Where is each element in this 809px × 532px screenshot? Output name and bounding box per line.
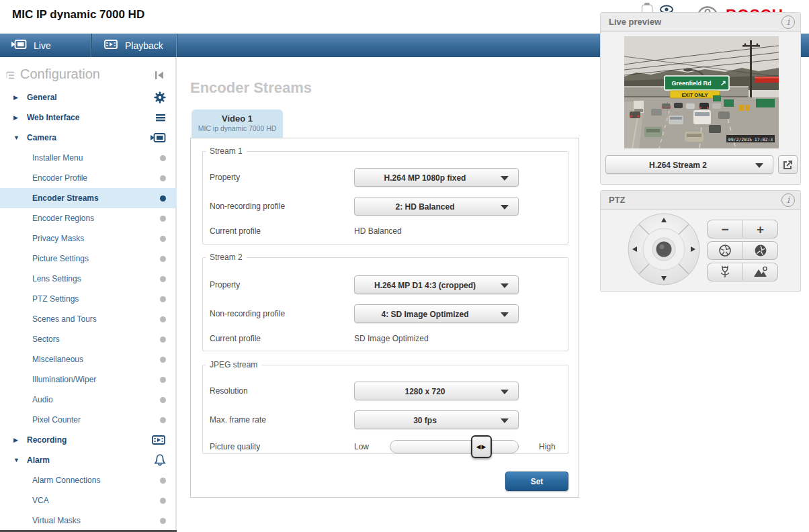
chevron-down-icon[interactable]: ▼: [13, 128, 19, 148]
sidebar-item-label: PTZ Settings: [32, 289, 79, 309]
stream1-profile-select[interactable]: 2: HD Balanced: [354, 197, 519, 216]
stream2-profile-value: 4: SD Image Optimized: [355, 305, 495, 324]
status-dot-icon: [160, 349, 166, 369]
app-window: MIC IP dynamic 7000 HD MIC 7000 BOSCH: [0, 0, 809, 532]
sidebar-item-privacy-masks[interactable]: Privacy Masks: [0, 228, 177, 249]
ptz-joystick[interactable]: [626, 212, 701, 290]
set-button[interactable]: Set: [505, 472, 568, 491]
status-dot-icon: [160, 228, 166, 249]
sidebar-item-label: Camera: [27, 128, 56, 148]
sidebar-item-pixel-counter[interactable]: Pixel Counter: [0, 410, 177, 430]
configuration-sidebar: Configuration ▶General▶Web Interface▼Cam…: [0, 57, 177, 532]
iris-open-button[interactable]: [742, 241, 778, 260]
svg-text:EXIT ONLY: EXIT ONLY: [682, 92, 708, 98]
sidebar-title: Configuration: [20, 66, 100, 82]
picture-quality-slider[interactable]: ◀▶: [390, 440, 519, 453]
sidebar-item-illumination-wiper[interactable]: Illumination/Wiper: [0, 369, 177, 390]
zoom-in-button[interactable]: +: [742, 220, 778, 238]
jpeg-framerate-label: Max. frame rate: [210, 415, 266, 425]
info-icon[interactable]: i: [781, 193, 795, 207]
sidebar-item-label: VCA: [32, 490, 49, 511]
ptz-buttons: − +: [707, 220, 778, 284]
stream2-current-label: Current profile: [210, 334, 261, 343]
sidebar-item-label: Recording: [27, 430, 67, 450]
sidebar-item-label: Scenes and Tours: [32, 309, 97, 329]
timestamp-overlay: 09/2/2015 17:02:3: [726, 135, 775, 142]
stream1-profile-value: 2: HD Balanced: [355, 197, 495, 216]
sidebar-item-label: Sectors: [32, 329, 60, 349]
page-section-title: Encoder Streams: [190, 79, 312, 97]
sidebar-item-alarm[interactable]: ▼Alarm: [0, 450, 177, 470]
zoom-out-button[interactable]: −: [707, 220, 742, 238]
status-dot-icon: [160, 490, 166, 511]
sidebar-item-audio[interactable]: Audio: [0, 390, 177, 410]
stream2-profile-label: Non-recording profile: [210, 309, 285, 318]
chevron-down-icon: [501, 283, 509, 288]
status-dot-icon: [160, 511, 166, 531]
live-preview-panel: Live preview i: [600, 12, 801, 185]
status-dot-icon: [160, 249, 166, 269]
tab-playback[interactable]: Playback: [93, 34, 177, 57]
stream1-current-value: HD Balanced: [354, 226, 402, 236]
sidebar-item-label: Lens Settings: [32, 269, 81, 289]
collapse-sidebar-icon[interactable]: [153, 70, 165, 83]
sidebar-item-general[interactable]: ▶General: [0, 87, 177, 107]
sidebar-item-label: Picture Settings: [32, 249, 89, 269]
sidebar-item-virtual-masks[interactable]: Virtual Masks: [0, 511, 177, 531]
sidebar-item-picture-settings[interactable]: Picture Settings: [0, 249, 177, 269]
sidebar-item-ptz-settings[interactable]: PTZ Settings: [0, 289, 177, 309]
iris-close-button[interactable]: [707, 241, 742, 260]
sidebar-item-vca[interactable]: VCA: [0, 490, 177, 511]
focus-far-button[interactable]: [742, 263, 778, 281]
tab-video-1[interactable]: Video 1 MIC ip dynamic 7000 HD: [191, 109, 283, 138]
status-dot-icon: [160, 329, 166, 349]
preview-stream-select[interactable]: H.264 Stream 2: [605, 155, 773, 174]
chevron-down-icon: [501, 205, 509, 210]
sidebar-item-camera[interactable]: ▼Camera: [0, 128, 177, 148]
chevron-right-icon[interactable]: ▶: [13, 107, 18, 128]
info-icon[interactable]: i: [781, 15, 795, 29]
focus-near-button[interactable]: [707, 263, 742, 281]
jpeg-framerate-select[interactable]: 30 fps: [354, 410, 519, 429]
sidebar-item-sectors[interactable]: Sectors: [0, 329, 177, 349]
stream1-property-select[interactable]: H.264 MP 1080p fixed: [354, 168, 519, 187]
open-preview-window-button[interactable]: [778, 155, 798, 174]
chevron-down-icon: [501, 390, 509, 394]
chevron-right-icon[interactable]: ▶: [13, 430, 18, 450]
chevron-down-icon[interactable]: ▼: [13, 450, 19, 470]
stream2-property-select[interactable]: H.264 MP D1 4:3 (cropped): [354, 275, 519, 294]
stream2-property-label: Property: [210, 280, 240, 290]
sidebar-item-encoder-regions[interactable]: Encoder Regions: [0, 208, 177, 228]
iris-open-icon: [718, 244, 732, 257]
encoder-streams-panel: Stream 1 Property H.264 MP 1080p fixed N…: [190, 138, 579, 498]
sidebar-item-lens-settings[interactable]: Lens Settings: [0, 269, 177, 289]
menu-icon: [155, 107, 166, 128]
stream2-legend: Stream 2: [206, 253, 247, 262]
tab-live[interactable]: Live: [0, 34, 92, 57]
sidebar-item-label: Miscellaneous: [32, 349, 83, 369]
jpeg-resolution-select[interactable]: 1280 x 720: [354, 382, 519, 400]
jpeg-stream-group: JPEG stream Resolution 1280 x 720 Max. f…: [202, 360, 568, 454]
jpeg-quality-label: Picture quality: [210, 442, 260, 451]
sidebar-item-encoder-profile[interactable]: Encoder Profile: [0, 168, 177, 188]
stream2-profile-select[interactable]: 4: SD Image Optimized: [354, 304, 519, 323]
sidebar-item-web-interface[interactable]: ▶Web Interface: [0, 107, 177, 128]
sidebar-item-recording[interactable]: ▶Recording: [0, 430, 177, 450]
stream1-property-label: Property: [210, 173, 240, 182]
ptz-header: PTZ i: [601, 191, 800, 210]
live-preview-image: Greenfield Rd ↗ EXIT ONLY 09/2/2015 17:0…: [624, 36, 779, 148]
status-dot-icon: [160, 309, 166, 329]
iris-closed-icon: [754, 244, 767, 257]
small-exit-sign: [713, 95, 721, 101]
chevron-right-icon[interactable]: ▶: [13, 87, 18, 107]
sidebar-item-miscellaneous[interactable]: Miscellaneous: [0, 349, 177, 369]
plus-icon: +: [757, 223, 764, 236]
sidebar-item-alarm-connections[interactable]: Alarm Connections: [0, 470, 177, 490]
preview-stream-value: H.264 Stream 2: [606, 156, 750, 175]
stream1-current-label: Current profile: [210, 226, 261, 236]
sidebar-item-installer-menu[interactable]: Installer Menu: [0, 148, 177, 168]
sidebar-item-scenes-and-tours[interactable]: Scenes and Tours: [0, 309, 177, 329]
slider-handle[interactable]: ◀▶: [471, 435, 492, 458]
sidebar-item-encoder-streams[interactable]: Encoder Streams: [0, 188, 177, 208]
sidebar-item-label: Alarm: [27, 450, 50, 470]
